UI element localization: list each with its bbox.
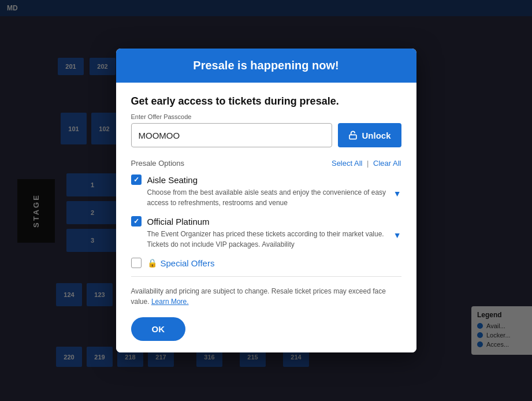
passcode-row: Unlock [131, 123, 401, 147]
presale-modal: Presale is happening now! Get early acce… [116, 49, 416, 352]
modal-header-title: Presale is happening now! [128, 59, 405, 72]
option-official-platinum: Official Platinum The Event Organizer ha… [131, 216, 401, 250]
aisle-seating-expand-icon[interactable]: ▼ [393, 188, 401, 200]
options-header: Presale Options Select All | Clear All [131, 159, 401, 168]
passcode-label: Enter Offer Passcode [131, 113, 401, 120]
options-links: Select All | Clear All [332, 159, 401, 168]
special-offers-row: 🔒 Special Offers [131, 258, 401, 268]
official-platinum-desc-text: The Event Organizer has priced these tic… [147, 229, 391, 250]
svg-rect-0 [349, 135, 356, 139]
official-platinum-label: Official Platinum [147, 217, 210, 227]
special-offers-lock-icon: 🔒 [147, 258, 157, 268]
modal-body: Get early access to tickets during presa… [116, 83, 416, 352]
special-offers-label: 🔒 Special Offers [147, 258, 215, 268]
option-special-offers: 🔒 Special Offers [131, 258, 401, 268]
aisle-seating-checkbox[interactable] [131, 174, 142, 185]
modal-subtitle: Get early access to tickets during presa… [131, 95, 401, 107]
clear-all-link[interactable]: Clear All [373, 159, 401, 168]
aisle-seating-desc-text: Choose from the best available aisle sea… [147, 187, 391, 208]
learn-more-link[interactable]: Learn More. [151, 298, 189, 306]
ok-button[interactable]: OK [131, 317, 186, 341]
special-offers-checkbox[interactable] [131, 258, 142, 268]
aisle-seating-label: Aisle Seating [147, 175, 198, 185]
official-platinum-checkbox[interactable] [131, 216, 142, 227]
select-all-link[interactable]: Select All [332, 159, 362, 168]
separator: | [367, 159, 371, 168]
official-platinum-row: Official Platinum [131, 216, 401, 227]
disclaimer-text: Availability and pricing are subject to … [131, 286, 401, 307]
passcode-input[interactable] [131, 123, 333, 147]
lock-icon [348, 131, 358, 140]
option-aisle-seating: Aisle Seating Choose from the best avail… [131, 174, 401, 208]
unlock-label: Unlock [362, 131, 390, 140]
options-title: Presale Options [131, 159, 185, 168]
official-platinum-desc: The Event Organizer has priced these tic… [147, 229, 401, 250]
modal-overlay: Presale is happening now! Get early acce… [0, 0, 532, 401]
special-offers-label-text: Special Offers [161, 258, 215, 268]
official-platinum-expand-icon[interactable]: ▼ [393, 229, 401, 242]
aisle-seating-row: Aisle Seating [131, 174, 401, 185]
divider [131, 276, 401, 277]
modal-header: Presale is happening now! [116, 49, 416, 83]
aisle-seating-desc: Choose from the best available aisle sea… [147, 187, 401, 208]
unlock-button[interactable]: Unlock [338, 123, 401, 147]
